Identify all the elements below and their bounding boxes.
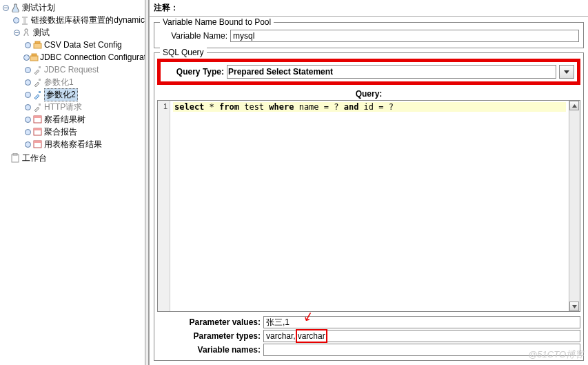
- svg-rect-17: [39, 79, 41, 81]
- tree-item-test-group[interactable]: 测试: [1, 26, 145, 39]
- svg-rect-10: [35, 41, 40, 43]
- tree-label: 测试: [33, 27, 50, 39]
- watermark-text: @51CTO博客: [528, 348, 584, 361]
- query-type-label: Query Type:: [163, 67, 224, 77]
- tree-item-db-conn[interactable]: 链接数据库获得重置的dynamic: [1, 14, 145, 26]
- svg-point-14: [25, 67, 30, 72]
- tree-label: 察看结果树: [44, 114, 85, 126]
- expand-toggle-icon[interactable]: [1, 3, 10, 12]
- svg-rect-24: [34, 116, 41, 118]
- expand-handle-icon[interactable]: [23, 90, 32, 99]
- expand-handle-icon[interactable]: [23, 115, 32, 124]
- tree-item-test-plan[interactable]: 测试计划: [1, 1, 145, 14]
- listener-icon: [32, 126, 43, 137]
- sql-query-fieldset: SQL Query Query Type: Prepared Select St…: [154, 52, 584, 361]
- pipette-icon: [32, 101, 43, 112]
- variable-pool-fieldset: Variable Name Bound to Pool Variable Nam…: [154, 22, 584, 48]
- scroll-up-icon[interactable]: [569, 101, 579, 110]
- listener-icon: [32, 139, 43, 150]
- param-values-label: Parameter values:: [157, 317, 261, 327]
- scroll-down-icon[interactable]: [569, 302, 579, 311]
- tree-label: JDBC Request: [44, 65, 99, 75]
- tree-item-table-results[interactable]: 用表格察看结果: [1, 138, 145, 150]
- svg-rect-31: [12, 155, 19, 162]
- tree-item-jdbc-config[interactable]: JDBC Connection Configurat: [1, 51, 145, 63]
- pipette-icon: [32, 77, 43, 88]
- listener-icon: [32, 114, 43, 125]
- tree-item-csv[interactable]: CSV Data Set Config: [1, 39, 145, 51]
- expand-toggle-icon[interactable]: [12, 28, 21, 37]
- tree-label: 工作台: [22, 152, 47, 164]
- expand-handle-icon[interactable]: [23, 53, 30, 61]
- svg-rect-15: [39, 66, 41, 68]
- tree-label: 聚合报告: [44, 126, 77, 138]
- tree-label: 参数化1: [44, 77, 74, 88]
- expand-handle-icon[interactable]: [23, 140, 32, 148]
- svg-point-18: [25, 92, 30, 97]
- param-values-input[interactable]: [263, 316, 580, 328]
- tree-label: JDBC Connection Configurat: [40, 52, 145, 62]
- tree-item-param1[interactable]: 参数化1: [1, 76, 145, 88]
- tree-label: 参数化2: [44, 88, 78, 101]
- expand-handle-icon[interactable]: [23, 103, 32, 111]
- svg-rect-30: [34, 141, 41, 143]
- config-icon: [32, 39, 43, 50]
- query-type-select[interactable]: Prepared Select Statement: [227, 65, 556, 79]
- tree-label: CSV Data Set Config: [44, 40, 122, 50]
- vertical-scrollbar[interactable]: [569, 101, 580, 311]
- expand-handle-icon[interactable]: [12, 16, 20, 24]
- tree-item-param2[interactable]: 参数化2: [1, 88, 145, 101]
- variable-names-label: Variable names:: [157, 345, 261, 355]
- variable-name-label: Variable Name:: [159, 31, 227, 41]
- svg-rect-13: [32, 54, 37, 56]
- query-header-label: Query:: [157, 88, 580, 100]
- flask-icon: [10, 2, 21, 13]
- svg-point-11: [24, 55, 30, 60]
- expand-handle-icon[interactable]: [1, 154, 10, 162]
- svg-rect-12: [30, 56, 38, 61]
- svg-point-22: [25, 117, 30, 122]
- svg-rect-3: [22, 17, 28, 18]
- svg-point-8: [25, 42, 30, 48]
- clipboard-icon: [10, 152, 21, 164]
- svg-rect-19: [39, 91, 41, 93]
- svg-rect-4: [23, 18, 26, 23]
- query-type-highlight: Query Type: Prepared Select Statement: [157, 59, 580, 85]
- sql-textarea[interactable]: select * from test where name = ? and id…: [170, 101, 569, 311]
- param-types-label: Parameter types:: [157, 331, 261, 341]
- tree-label: 用表格察看结果: [44, 139, 102, 150]
- fieldset-legend: SQL Query: [160, 48, 207, 57]
- line-gutter: 1: [158, 101, 170, 311]
- svg-point-16: [25, 79, 30, 85]
- svg-point-28: [25, 141, 30, 147]
- variable-name-input[interactable]: [230, 30, 579, 42]
- expand-handle-icon[interactable]: [23, 128, 32, 136]
- tree-item-result-tree[interactable]: 察看结果树: [1, 113, 145, 126]
- param-types-input[interactable]: varchar,varchar: [263, 330, 580, 342]
- svg-rect-21: [39, 103, 41, 106]
- dropdown-arrow-icon[interactable]: [559, 65, 574, 79]
- tree-item-workbench[interactable]: 工作台: [1, 152, 145, 164]
- svg-rect-9: [34, 43, 41, 48]
- expand-handle-icon[interactable]: [23, 41, 32, 49]
- sql-editor: 1 select * from test where name = ? and …: [157, 100, 580, 312]
- tree-label: 链接数据库获得重置的dynamic: [31, 14, 145, 26]
- pipette-icon: [32, 64, 43, 75]
- editor-panel: 注释： Variable Name Bound to Pool Variable…: [149, 0, 588, 365]
- tree-item-jdbc-request[interactable]: JDBC Request: [1, 63, 145, 76]
- tree-label: HTTP请求: [44, 101, 82, 113]
- tree-item-aggregate[interactable]: 聚合报告: [1, 126, 145, 138]
- svg-rect-32: [13, 153, 17, 155]
- pillar-icon: [20, 14, 30, 26]
- svg-point-20: [25, 104, 30, 110]
- pipette-icon: [32, 89, 43, 100]
- tree-label: 测试计划: [22, 2, 55, 14]
- tree-item-http[interactable]: HTTP请求: [1, 101, 145, 113]
- svg-rect-27: [34, 128, 41, 130]
- config-icon: [30, 52, 39, 63]
- expand-handle-icon[interactable]: [23, 66, 32, 74]
- expand-handle-icon[interactable]: [23, 78, 32, 86]
- parameter-rows: Parameter values: Parameter types: varch…: [157, 315, 580, 357]
- test-plan-tree: 测试计划 链接数据库获得重置的dynamic 测试 CSV Data Set C…: [0, 0, 145, 365]
- svg-rect-5: [22, 23, 28, 25]
